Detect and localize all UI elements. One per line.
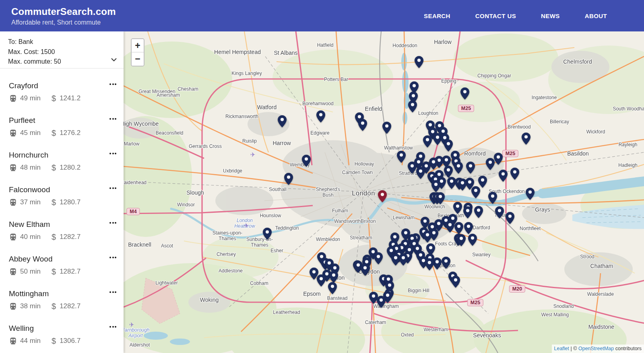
map-marker[interactable] bbox=[522, 133, 530, 145]
map-marker[interactable] bbox=[377, 296, 386, 308]
map-marker[interactable] bbox=[397, 151, 406, 163]
map-marker[interactable] bbox=[358, 119, 367, 131]
map-marker[interactable] bbox=[460, 87, 469, 100]
site-tagline: Affordable rent, Short commute bbox=[11, 19, 116, 26]
more-options-button[interactable] bbox=[109, 324, 117, 330]
map-marker[interactable] bbox=[442, 257, 450, 269]
nav-news[interactable]: NEWS bbox=[541, 12, 560, 19]
map-marker[interactable] bbox=[361, 264, 369, 276]
more-options-button[interactable] bbox=[109, 289, 117, 295]
osm-link[interactable]: OpenStreetMap bbox=[578, 346, 614, 351]
site-title: CommuterSearch.com bbox=[11, 6, 116, 18]
nav-contact-us[interactable]: CONTACT US bbox=[475, 12, 516, 19]
map-marker[interactable] bbox=[495, 206, 504, 218]
zoom-out-button[interactable]: − bbox=[132, 52, 144, 66]
map-marker[interactable] bbox=[423, 135, 432, 147]
map-marker[interactable] bbox=[416, 167, 425, 179]
dollar-icon: $ bbox=[52, 128, 56, 138]
map-attribution: Leaflet | © OpenStreetMap contributors bbox=[552, 345, 644, 353]
map-marker[interactable] bbox=[382, 122, 391, 134]
map-marker[interactable] bbox=[466, 162, 475, 174]
result-name: Crayford bbox=[9, 81, 38, 91]
map-marker[interactable] bbox=[328, 282, 337, 294]
nav-search[interactable]: SEARCH bbox=[424, 12, 450, 19]
map-marker[interactable] bbox=[471, 186, 480, 198]
map-marker[interactable] bbox=[316, 110, 325, 123]
map-marker[interactable] bbox=[463, 206, 472, 218]
result-item[interactable]: Falconwood 37 min $ 1280.7 bbox=[0, 178, 124, 212]
result-item[interactable]: Mottingham 38 min $ 1282.7 bbox=[0, 282, 124, 316]
rent-cost: 1276.2 bbox=[60, 128, 80, 138]
attribution-suffix: contributors bbox=[615, 346, 642, 351]
filter-summary[interactable]: To: Bank Max. Cost: 1500 Max. commute: 5… bbox=[0, 31, 124, 69]
map-marker[interactable] bbox=[486, 158, 495, 170]
chevron-down-icon[interactable] bbox=[109, 55, 119, 64]
more-options-button[interactable] bbox=[109, 150, 117, 157]
map-marker[interactable] bbox=[278, 115, 287, 127]
map-marker[interactable] bbox=[454, 222, 463, 234]
map-marker[interactable] bbox=[408, 100, 417, 112]
rent-cost: 1280.2 bbox=[60, 163, 80, 172]
train-icon bbox=[9, 164, 17, 172]
map-marker[interactable] bbox=[436, 192, 445, 204]
map-marker[interactable] bbox=[317, 274, 326, 287]
map-marker[interactable] bbox=[446, 220, 454, 233]
result-item[interactable]: Abbey Wood 50 min $ 1282.7 bbox=[0, 247, 124, 282]
result-item[interactable]: Hornchurch 48 min $ 1280.2 bbox=[0, 143, 124, 178]
rent-cost: 1306.7 bbox=[60, 336, 80, 346]
train-icon bbox=[9, 94, 17, 103]
map-marker[interactable] bbox=[408, 162, 417, 174]
more-options-button[interactable] bbox=[109, 81, 117, 87]
nav-about[interactable]: ABOUT bbox=[585, 12, 607, 19]
result-item[interactable]: Purfleet 45 min $ 1276.2 bbox=[0, 108, 124, 143]
map-marker[interactable] bbox=[453, 202, 462, 214]
map-marker[interactable] bbox=[263, 228, 272, 240]
map-marker[interactable] bbox=[457, 234, 466, 246]
map[interactable]: HatfieldHarlowHoddesdonHemel HempsteadSt… bbox=[124, 31, 644, 353]
map-marker[interactable] bbox=[431, 180, 440, 192]
map-marker[interactable] bbox=[284, 173, 293, 185]
map-marker[interactable] bbox=[494, 153, 503, 165]
leaflet-link[interactable]: Leaflet bbox=[554, 346, 570, 351]
map-marker[interactable] bbox=[444, 166, 453, 178]
map-marker[interactable] bbox=[423, 230, 432, 243]
map-marker[interactable] bbox=[526, 188, 535, 200]
rent-cost: 1282.7 bbox=[60, 232, 80, 242]
map-marker[interactable] bbox=[302, 155, 311, 167]
more-options-button[interactable] bbox=[109, 116, 117, 122]
map-marker[interactable] bbox=[454, 162, 463, 174]
map-marker[interactable] bbox=[415, 56, 423, 68]
app-header: CommuterSearch.com Affordable rent, Shor… bbox=[0, 0, 644, 31]
dollar-icon: $ bbox=[52, 197, 56, 207]
commute-time: 44 min bbox=[20, 336, 41, 346]
more-options-button[interactable] bbox=[109, 185, 117, 191]
map-marker[interactable] bbox=[451, 276, 460, 288]
train-icon bbox=[9, 268, 17, 276]
map-marker[interactable] bbox=[464, 222, 473, 234]
map-marker[interactable] bbox=[329, 271, 338, 283]
map-marker[interactable] bbox=[499, 170, 508, 182]
result-name: New Eltham bbox=[9, 220, 50, 229]
more-options-button[interactable] bbox=[109, 220, 117, 226]
map-marker[interactable] bbox=[468, 234, 477, 246]
map-marker[interactable] bbox=[444, 139, 453, 152]
map-marker[interactable] bbox=[458, 179, 467, 191]
map-marker[interactable] bbox=[399, 253, 408, 266]
map-marker[interactable] bbox=[425, 258, 434, 270]
map-marker[interactable] bbox=[374, 252, 383, 264]
result-item[interactable]: Crayford 49 min $ 1241.2 bbox=[0, 74, 124, 108]
train-icon bbox=[9, 233, 17, 241]
map-marker[interactable] bbox=[474, 206, 483, 218]
map-marker[interactable] bbox=[510, 168, 519, 180]
result-item[interactable]: New Eltham 40 min $ 1282.7 bbox=[0, 212, 124, 247]
map-marker[interactable] bbox=[433, 257, 442, 270]
map-marker[interactable] bbox=[506, 212, 514, 224]
zoom-in-button[interactable]: + bbox=[132, 39, 144, 52]
result-name: Abbey Wood bbox=[9, 254, 52, 264]
more-options-button[interactable] bbox=[109, 254, 117, 261]
commute-time: 49 min bbox=[20, 93, 41, 103]
result-item[interactable]: Welling 44 min $ 1306.7 bbox=[0, 316, 124, 351]
map-marker[interactable] bbox=[488, 192, 497, 204]
rent-cost: 1280.7 bbox=[60, 197, 80, 207]
destination-marker[interactable] bbox=[378, 190, 387, 202]
